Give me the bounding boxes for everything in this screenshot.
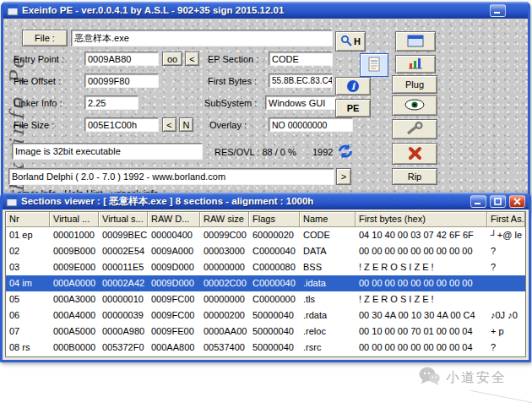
table-cell: 04 10 40 00 03 07 42 6F 6F (356, 227, 487, 243)
column-header[interactable]: Virtual s... (99, 212, 148, 227)
detection-field[interactable]: Borland Delphi ( 2.0 - 7.0 ) 1992 - www.… (8, 168, 334, 185)
table-cell: 00 00 00 00 00 00 00 00 00 (356, 275, 487, 291)
column-header[interactable]: Flags (249, 212, 300, 227)
table-row[interactable]: 05000A3000000000100009FC0000000000C00000… (6, 291, 525, 307)
table-cell: 000A4000 (50, 307, 99, 324)
table-cell: 07 (6, 324, 50, 340)
table-cell: BSS (300, 259, 356, 275)
search-icon (340, 35, 352, 48)
exeinfo-app-icon (7, 4, 19, 16)
rip-button[interactable]: Rip (392, 168, 437, 185)
table-row[interactable]: 08 rs000B0000005372F0000AA80000537400500… (6, 340, 525, 356)
overlay-field[interactable]: NO 00000000 (269, 117, 353, 132)
red-x-icon (408, 146, 422, 162)
table-cell: ? (487, 259, 525, 275)
table-cell: 000A3000 (50, 291, 99, 307)
table-row[interactable]: 04 im000A000000002A420009D00000002C00C00… (6, 275, 525, 291)
pe-button[interactable]: PE (335, 99, 371, 117)
main-window-title: Exeinfo PE - ver.0.0.4.1 by A.S.L - 902+… (22, 5, 486, 15)
column-header[interactable]: First As... (487, 212, 525, 227)
table-cell: 0009D000 (148, 275, 200, 291)
n-button[interactable]: N (179, 117, 193, 132)
watermark: 小道安全 (418, 366, 507, 390)
table-row[interactable]: 01 ep0000100000099BEC0000040000099C00600… (6, 227, 525, 243)
column-header[interactable]: First bytes (hex) (356, 212, 487, 227)
table-cell: 04 im (6, 275, 50, 291)
refresh-button[interactable] (334, 141, 356, 163)
column-header[interactable]: RAW size (200, 212, 249, 227)
info-icon: i (347, 80, 359, 92)
table-cell: 0009FC00 (148, 291, 200, 307)
entry-point-field[interactable]: 0009AB80 (84, 52, 159, 66)
more-button[interactable]: > (336, 168, 351, 185)
sections-minimize-button[interactable] (470, 195, 486, 208)
table-cell: 000B0000 (50, 340, 99, 356)
table-cell: 08 rs (6, 340, 50, 356)
chart-button[interactable] (395, 55, 436, 73)
subsystem-field[interactable]: Windows GUI (265, 95, 336, 110)
table-cell: .tls (300, 291, 356, 307)
column-header[interactable]: Nr (6, 212, 50, 227)
table-cell: .rdata (300, 307, 356, 324)
chat-bubble-icon (418, 366, 441, 390)
plug-button[interactable]: Plug (392, 75, 437, 94)
file-name-field[interactable]: 恶意样本.exe (71, 30, 333, 46)
table-cell: 03 (6, 259, 50, 275)
window-button[interactable] (395, 31, 436, 52)
ep-section-field[interactable]: CODE (269, 52, 333, 66)
linker-info-label: Linker Info : (14, 98, 62, 108)
first-bytes-label: First Bytes : (208, 76, 257, 86)
first-bytes-field[interactable]: 55.8B.EC.83.C4 (269, 73, 333, 88)
eye-icon (404, 99, 425, 112)
window-icon (407, 35, 424, 49)
watermark-text: 小道安全 (446, 369, 507, 387)
main-minimize-button[interactable] (490, 4, 506, 17)
size-back-button[interactable]: < (162, 117, 176, 132)
table-cell: C0000000 (249, 291, 300, 307)
search-button[interactable]: H (335, 31, 366, 52)
subsystem-label: SubSystem : (204, 98, 257, 108)
table-cell: .reloc (300, 324, 356, 340)
notes-button[interactable] (360, 53, 388, 77)
table-cell: 02 (6, 243, 50, 259)
table-row[interactable]: 06000A4000000000390009FC0000000200500000… (6, 307, 525, 324)
wrench-button[interactable] (392, 119, 437, 139)
file-offset-field[interactable]: 00099F80 (84, 73, 159, 88)
ep-back-button[interactable]: < (185, 52, 199, 66)
table-cell: ? (487, 340, 525, 356)
exeinfo-window: Exeinfo PE - ver.0.0.4.1 by A.S.L - 902+… (1, 2, 530, 215)
file-size-field[interactable]: 005E1C00h (84, 117, 159, 132)
ep-section-label: EP Section : (208, 54, 258, 64)
table-cell: 0009B000 (50, 243, 99, 259)
file-button[interactable]: File : (22, 30, 68, 46)
table-cell: 0009A000 (148, 243, 200, 259)
table-cell: 00002C00 (200, 275, 249, 291)
main-titlebar[interactable]: Exeinfo PE - ver.0.0.4.1 by A.S.L - 902+… (3, 2, 528, 19)
decorative-line (470, 390, 532, 405)
sections-titlebar[interactable]: Sections viewer : [ 恶意样本.exe ] 8 section… (3, 193, 529, 209)
table-cell: C0000040 (249, 275, 300, 291)
sections-close-button[interactable] (509, 195, 525, 208)
bar-chart-icon (407, 57, 424, 72)
sections-maximize-button[interactable] (490, 195, 506, 208)
table-cell: 00000039 (99, 307, 148, 324)
column-header[interactable]: Virtual ... (50, 212, 99, 227)
column-header[interactable]: RAW D... (148, 212, 200, 227)
eye-button[interactable] (392, 95, 437, 116)
linker-info-field[interactable]: 2.25 (84, 95, 138, 110)
table-cell: 00002E54 (99, 243, 148, 259)
table-row[interactable]: 030009E000000011E50009D00000000000C00000… (6, 259, 525, 275)
overlay-label: Overlay : (209, 120, 247, 130)
table-cell: 0000AA00 (200, 324, 249, 340)
info-button[interactable]: i (335, 77, 371, 95)
table-row[interactable]: 07000A50000000A9800009FE000000AA00500000… (6, 324, 525, 340)
oo-button[interactable]: oo (162, 52, 182, 66)
table-cell (487, 291, 525, 307)
close-x-button[interactable] (392, 143, 437, 165)
file-offset-label: File Offset : (14, 76, 61, 86)
table-cell: 00 00 00 00 00 00 00 00 00 (356, 243, 487, 259)
table-cell: 50000040 (249, 307, 300, 324)
column-header[interactable]: Name (300, 212, 356, 227)
table-row[interactable]: 020009B00000002E540009A00000003000C00000… (6, 243, 525, 259)
table-cell: C0000080 (249, 259, 300, 275)
